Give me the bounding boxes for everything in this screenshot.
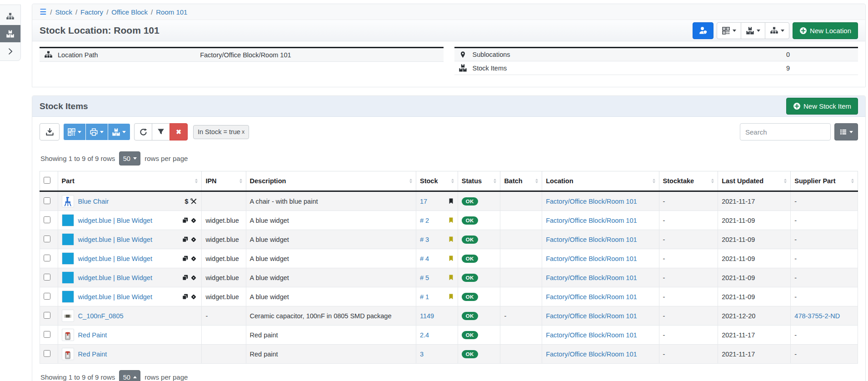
row-select-cell [40,211,58,230]
search-input[interactable] [740,123,831,140]
new-stock-item-button[interactable]: New Stock Item [786,98,858,115]
stock-quantity-link[interactable]: # 2 [420,217,429,224]
column-header-location[interactable]: Location [542,171,659,191]
part-thumbnail [62,348,74,360]
sort-icon[interactable] [238,179,242,183]
stock-options-dropdown-button[interactable] [108,123,130,140]
filter-button[interactable] [152,123,170,140]
location-link[interactable]: Factory/Office Block/Room 101 [546,312,637,320]
column-header-batch[interactable]: Batch [500,171,542,191]
column-header-ipn[interactable]: IPN [202,171,246,191]
breadcrumb-link[interactable]: Stock [55,8,72,16]
breadcrumb-link[interactable]: Factory [80,8,103,16]
location-link[interactable]: Factory/Office Block/Room 101 [546,331,637,339]
page-size-button[interactable]: 50 [119,151,140,165]
stock-actions-button[interactable] [741,22,765,39]
description-cell: A blue widget [246,287,416,306]
stock-cell: 1149 [416,306,458,326]
sort-icon[interactable] [492,179,496,183]
select-all-checkbox[interactable] [44,177,50,184]
row-checkbox[interactable] [44,331,50,338]
sidebar-item-sublocations[interactable] [0,8,20,25]
clear-filters-button[interactable]: ✖ [170,123,188,140]
print-dropdown-button[interactable] [85,123,108,140]
page-size-button[interactable]: 50 [119,370,140,381]
column-header-last-updated[interactable]: Last Updated [718,171,791,191]
part-link[interactable]: widget.blue | Blue Widget [78,217,152,224]
sort-icon[interactable] [849,179,854,183]
stock-item-row: Blue Chair$A chair - with blue paint17OK… [40,191,858,211]
column-header-stock[interactable]: Stock [416,171,458,191]
row-checkbox[interactable] [44,236,50,242]
filter-chip-remove[interactable]: x [242,129,244,135]
page-header: Stock Location: Room 101 [32,20,865,41]
sort-icon[interactable] [193,179,198,183]
admin-button[interactable] [693,22,713,39]
part-link[interactable]: Red Paint [78,351,107,358]
new-location-button[interactable]: New Location [793,22,858,39]
sort-icon[interactable] [709,179,714,183]
location-link[interactable]: Factory/Office Block/Room 101 [546,255,637,262]
filter-chip[interactable]: In Stock = true x [193,125,249,139]
sort-icon[interactable] [408,179,412,183]
stock-quantity-link[interactable]: # 1 [420,293,429,301]
breadcrumb-link[interactable]: Office Block [111,8,148,16]
barcode-dropdown-button[interactable] [63,123,86,140]
row-checkbox[interactable] [44,293,50,300]
export-button[interactable] [40,123,60,140]
stock-quantity-link[interactable]: # 3 [420,236,429,243]
location-link[interactable]: Factory/Office Block/Room 101 [546,217,637,224]
barcode-actions-button[interactable] [717,22,741,39]
location-link[interactable]: Factory/Office Block/Room 101 [546,198,637,205]
sidebar-item-stock[interactable] [0,25,20,42]
part-link[interactable]: widget.blue | Blue Widget [78,274,152,281]
location-actions-button[interactable] [765,22,789,39]
column-header-status[interactable]: Status [458,171,500,191]
columns-dropdown-button[interactable] [834,123,858,140]
part-thumbnail [62,291,74,303]
stock-quantity-link[interactable]: # 5 [420,274,429,281]
blue-square-thumbnail [62,253,74,264]
row-checkbox[interactable] [44,197,50,204]
column-header-part[interactable]: Part [58,171,202,191]
sort-icon[interactable] [782,179,787,183]
part-link[interactable]: widget.blue | Blue Widget [78,236,152,243]
part-link[interactable]: widget.blue | Blue Widget [78,255,152,262]
location-link[interactable]: Factory/Office Block/Room 101 [546,293,637,301]
stock-quantity-link[interactable]: # 4 [420,255,429,262]
stock-cell: # 1 [416,287,458,306]
row-checkbox[interactable] [44,350,50,357]
sort-icon[interactable] [651,179,655,183]
column-header-supplier-part[interactable]: Supplier Part [791,171,858,191]
stock-quantity-link[interactable]: 1149 [420,312,434,320]
part-link[interactable]: C_100nF_0805 [78,312,124,320]
location-link[interactable]: Factory/Office Block/Room 101 [546,236,637,243]
row-checkbox[interactable] [44,255,50,261]
supplier-part-link[interactable]: 478-3755-2-ND [794,312,840,320]
stock-quantity-link[interactable]: 3 [420,351,424,358]
breadcrumb-link[interactable]: Room 101 [156,8,187,16]
location-cell: Factory/Office Block/Room 101 [542,345,659,364]
location-cell: Factory/Office Block/Room 101 [542,287,659,306]
refresh-button[interactable] [134,123,152,140]
batch-cell [500,287,542,306]
part-link[interactable]: widget.blue | Blue Widget [78,293,152,301]
menu-icon[interactable]: ☰ [40,7,46,17]
column-label: Last Updated [722,177,763,185]
location-link[interactable]: Factory/Office Block/Room 101 [546,351,637,358]
sidebar-expand-button[interactable] [0,42,20,60]
stock-quantity-link[interactable]: 2.4 [420,331,429,339]
row-checkbox[interactable] [44,216,50,223]
location-link[interactable]: Factory/Office Block/Room 101 [546,274,637,281]
row-checkbox[interactable] [44,312,50,319]
part-link[interactable]: Blue Chair [78,198,109,205]
stock-quantity-link[interactable]: 17 [420,198,427,205]
sort-icon[interactable] [534,179,538,183]
detail-value: 0 [633,48,858,61]
column-header-stocktake[interactable]: Stocktake [659,171,718,191]
row-checkbox[interactable] [44,274,50,281]
part-link[interactable]: Red Paint [78,331,107,339]
breadcrumb-separator: / [75,8,77,16]
column-header-description[interactable]: Description [246,171,416,191]
sort-icon[interactable] [449,179,454,183]
